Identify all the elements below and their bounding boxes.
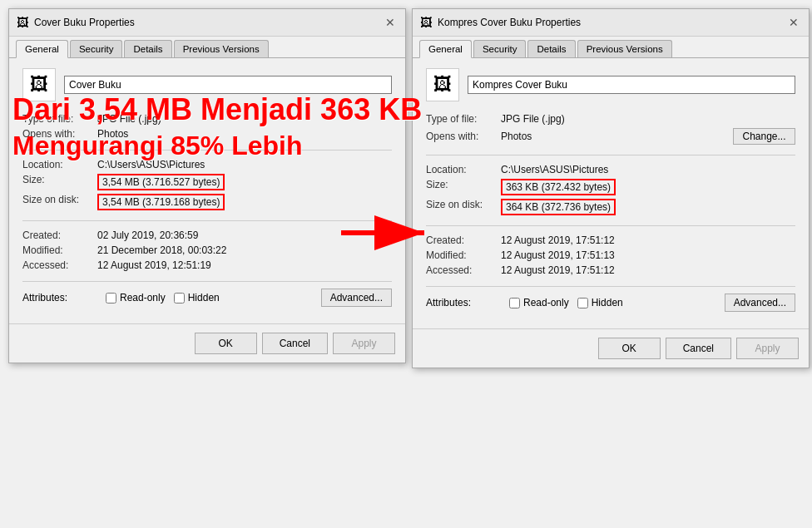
left-location-table: Location: C:\Users\ASUS\Pictures Size: 3…: [22, 157, 392, 212]
right-hidden-checkbox-item: Hidden: [577, 297, 623, 308]
left-readonly-checkbox[interactable]: [106, 293, 116, 303]
left-opens-label: Opens with:: [22, 128, 97, 140]
right-tab-details[interactable]: Details: [527, 40, 575, 57]
right-hidden-checkbox[interactable]: [577, 298, 588, 308]
left-file-header: 🖼: [22, 68, 392, 101]
right-opens-label: Opens with:: [426, 131, 501, 142]
left-tab-previous-versions[interactable]: Previous Versions: [174, 40, 269, 57]
right-location-table: Location: C:\Users\ASUS\Pictures Size: 3…: [426, 162, 795, 217]
right-created-label: Created:: [426, 234, 501, 246]
right-location-value: C:\Users\ASUS\Pictures: [501, 164, 608, 175]
left-size-value: 3,54 MB (3.716.527 bytes): [97, 174, 225, 190]
right-file-icon: 🖼: [426, 68, 459, 101]
left-dialog: 🖼 Cover Buku Properties ✕ General Securi…: [8, 8, 406, 363]
right-tab-previous-versions[interactable]: Previous Versions: [577, 40, 672, 57]
left-info-table: Type of file: JPG File (.jpg) Opens with…: [22, 111, 392, 141]
left-size-label: Size:: [22, 174, 97, 190]
right-readonly-checkbox[interactable]: [509, 298, 520, 308]
left-location-label: Location:: [22, 159, 97, 170]
right-dates-table: Created: 12 August 2019, 17:51:12 Modifi…: [426, 233, 795, 278]
left-tab-general[interactable]: General: [16, 40, 68, 58]
right-size-disk-label: Size on disk:: [426, 199, 501, 215]
right-readonly-label: Read-only: [523, 297, 569, 308]
left-bottom-buttons: OK Cancel Apply: [9, 323, 405, 363]
right-dialog: 🖼 Kompres Cover Buku Properties ✕ Genera…: [412, 8, 810, 368]
left-modified-label: Modified:: [22, 244, 97, 256]
right-tab-general[interactable]: General: [419, 40, 472, 58]
right-type-label: Type of file:: [426, 113, 501, 125]
left-hidden-label: Hidden: [188, 292, 220, 303]
left-accessed-value: 12 August 2019, 12:51:19: [97, 259, 211, 271]
left-content: 🖼 Type of file: JPG File (.jpg) Opens wi…: [9, 58, 405, 317]
left-dialog-icon: 🖼: [16, 16, 29, 29]
left-cancel-button[interactable]: Cancel: [262, 333, 328, 354]
right-dialog-title: Kompres Cover Buku Properties: [438, 17, 581, 28]
left-type-value: JPG File (.jpg): [97, 113, 161, 125]
left-ok-button[interactable]: OK: [195, 333, 257, 354]
left-tabs: General Security Details Previous Versio…: [9, 37, 405, 58]
left-advanced-button[interactable]: Advanced...: [321, 289, 392, 307]
right-ok-button[interactable]: OK: [598, 338, 661, 359]
right-title-bar: 🖼 Kompres Cover Buku Properties ✕: [413, 9, 809, 37]
left-hidden-checkbox[interactable]: [174, 293, 185, 303]
right-content: 🖼 Type of file: JPG File (.jpg) Opens wi…: [413, 58, 809, 322]
left-created-value: 02 July 2019, 20:36:59: [97, 229, 198, 241]
right-location-label: Location:: [426, 164, 501, 175]
right-advanced-button[interactable]: Advanced...: [725, 294, 795, 312]
right-hidden-label: Hidden: [592, 297, 623, 308]
left-tab-security[interactable]: Security: [70, 40, 123, 57]
left-location-value: C:\Users\ASUS\Pictures: [97, 159, 205, 170]
left-accessed-label: Accessed:: [22, 259, 97, 271]
left-title-bar: 🖼 Cover Buku Properties ✕: [9, 9, 405, 37]
right-tab-security[interactable]: Security: [473, 40, 527, 57]
right-created-value: 12 August 2019, 17:51:12: [501, 234, 615, 246]
left-dates-table: Created: 02 July 2019, 20:36:59 Modified…: [22, 228, 392, 273]
right-modified-value: 12 August 2019, 17:51:13: [501, 249, 615, 261]
right-change-button[interactable]: Change...: [733, 128, 795, 145]
left-dialog-title: Cover Buku Properties: [34, 17, 135, 28]
left-tab-details[interactable]: Details: [124, 40, 171, 57]
right-file-header: 🖼: [426, 68, 795, 101]
left-size-disk-label: Size on disk:: [22, 194, 97, 210]
left-file-name-input[interactable]: [64, 76, 392, 94]
left-modified-value: 21 December 2018, 00:03:22: [97, 244, 226, 256]
right-size-value: 363 KB (372.432 bytes): [501, 179, 616, 195]
right-opens-value: Photos: [501, 131, 532, 142]
right-accessed-label: Accessed:: [426, 264, 501, 276]
right-attributes-row: Attributes: Read-only Hidden Advanced...: [426, 294, 795, 312]
left-readonly-label: Read-only: [120, 292, 166, 303]
left-type-label: Type of file:: [22, 113, 97, 125]
left-hidden-checkbox-item: Hidden: [174, 292, 220, 303]
right-modified-label: Modified:: [426, 249, 501, 261]
right-cancel-button[interactable]: Cancel: [666, 338, 731, 359]
left-opens-value: Photos: [97, 128, 128, 140]
left-attributes-row: Attributes: Read-only Hidden Advanced...: [22, 289, 392, 307]
right-size-label: Size:: [426, 179, 501, 195]
right-accessed-value: 12 August 2019, 17:51:12: [501, 264, 615, 276]
right-readonly-checkbox-item: Read-only: [509, 297, 569, 308]
right-close-button[interactable]: ✕: [785, 14, 802, 31]
right-bottom-buttons: OK Cancel Apply: [413, 328, 809, 368]
left-file-icon: 🖼: [22, 68, 56, 101]
left-close-button[interactable]: ✕: [382, 14, 399, 31]
right-tabs: General Security Details Previous Versio…: [413, 37, 809, 58]
right-type-value: JPG File (.jpg): [501, 113, 565, 125]
left-size-disk-value: 3,54 MB (3.719.168 bytes): [97, 194, 225, 210]
left-created-label: Created:: [22, 229, 97, 241]
right-info-table: Type of file: JPG File (.jpg) Opens with…: [426, 111, 795, 146]
right-size-disk-value: 364 KB (372.736 bytes): [501, 199, 616, 215]
right-file-name-input[interactable]: [468, 76, 795, 94]
right-dialog-icon: 🖼: [419, 16, 433, 29]
left-apply-button[interactable]: Apply: [333, 333, 395, 354]
right-apply-button[interactable]: Apply: [736, 338, 799, 359]
right-attributes-label: Attributes:: [426, 297, 501, 308]
left-readonly-checkbox-item: Read-only: [106, 292, 166, 303]
left-attributes-label: Attributes:: [22, 292, 97, 303]
